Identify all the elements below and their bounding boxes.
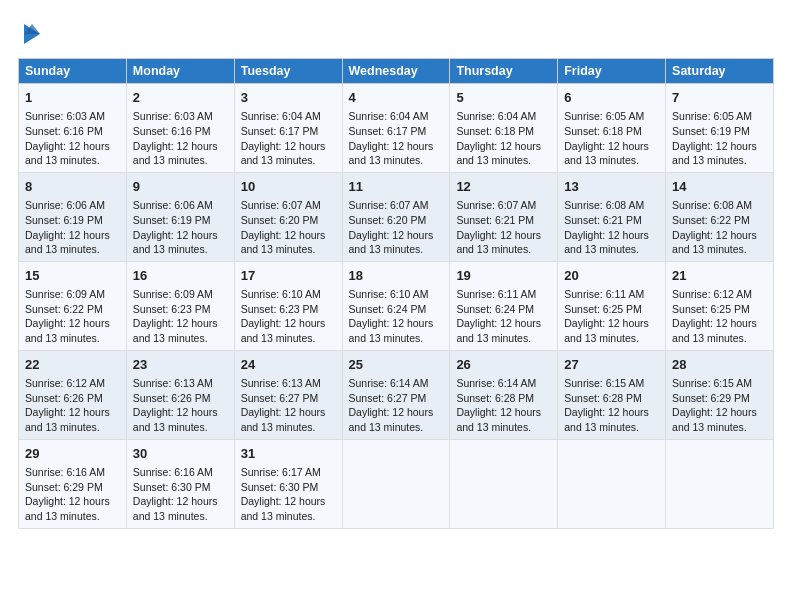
daylight-minutes: and 13 minutes. [456,332,531,344]
day-number: 27 [564,356,659,374]
daylight-minutes: and 13 minutes. [241,510,316,522]
day-number: 20 [564,267,659,285]
day-number: 9 [133,178,228,196]
day-number: 23 [133,356,228,374]
week-row-4: 22Sunrise: 6:12 AMSunset: 6:26 PMDayligh… [19,350,774,439]
sunset-text: Sunset: 6:27 PM [241,392,319,404]
daylight-text: Daylight: 12 hours [133,495,218,507]
day-number: 22 [25,356,120,374]
sunset-text: Sunset: 6:19 PM [25,214,103,226]
daylight-text: Daylight: 12 hours [241,229,326,241]
daylight-minutes: and 13 minutes. [25,332,100,344]
calendar-cell: 28Sunrise: 6:15 AMSunset: 6:29 PMDayligh… [666,350,774,439]
page: SundayMondayTuesdayWednesdayThursdayFrid… [0,0,792,612]
daylight-text: Daylight: 12 hours [25,229,110,241]
daylight-minutes: and 13 minutes. [564,421,639,433]
day-number: 5 [456,89,551,107]
sunrise-text: Sunrise: 6:12 AM [672,288,752,300]
calendar-cell: 4Sunrise: 6:04 AMSunset: 6:17 PMDaylight… [342,84,450,173]
calendar-cell: 27Sunrise: 6:15 AMSunset: 6:28 PMDayligh… [558,350,666,439]
daylight-minutes: and 13 minutes. [672,154,747,166]
calendar-cell [666,439,774,528]
day-number: 19 [456,267,551,285]
daylight-minutes: and 13 minutes. [349,243,424,255]
daylight-text: Daylight: 12 hours [349,229,434,241]
sunrise-text: Sunrise: 6:06 AM [133,199,213,211]
daylight-minutes: and 13 minutes. [564,243,639,255]
sunrise-text: Sunrise: 6:07 AM [456,199,536,211]
calendar-cell: 31Sunrise: 6:17 AMSunset: 6:30 PMDayligh… [234,439,342,528]
sunset-text: Sunset: 6:18 PM [564,125,642,137]
day-number: 29 [25,445,120,463]
column-header-sunday: Sunday [19,59,127,84]
day-number: 6 [564,89,659,107]
daylight-text: Daylight: 12 hours [241,406,326,418]
day-number: 15 [25,267,120,285]
day-number: 30 [133,445,228,463]
calendar-cell: 7Sunrise: 6:05 AMSunset: 6:19 PMDaylight… [666,84,774,173]
daylight-minutes: and 13 minutes. [672,332,747,344]
daylight-text: Daylight: 12 hours [241,495,326,507]
calendar-cell: 12Sunrise: 6:07 AMSunset: 6:21 PMDayligh… [450,172,558,261]
sunrise-text: Sunrise: 6:09 AM [25,288,105,300]
sunset-text: Sunset: 6:30 PM [133,481,211,493]
sunset-text: Sunset: 6:21 PM [564,214,642,226]
logo [18,20,44,48]
sunrise-text: Sunrise: 6:17 AM [241,466,321,478]
daylight-text: Daylight: 12 hours [133,140,218,152]
day-number: 21 [672,267,767,285]
calendar-cell: 8Sunrise: 6:06 AMSunset: 6:19 PMDaylight… [19,172,127,261]
day-number: 3 [241,89,336,107]
column-header-wednesday: Wednesday [342,59,450,84]
daylight-minutes: and 13 minutes. [564,332,639,344]
daylight-text: Daylight: 12 hours [25,495,110,507]
calendar-cell: 11Sunrise: 6:07 AMSunset: 6:20 PMDayligh… [342,172,450,261]
sunrise-text: Sunrise: 6:09 AM [133,288,213,300]
daylight-minutes: and 13 minutes. [672,421,747,433]
sunset-text: Sunset: 6:24 PM [456,303,534,315]
daylight-text: Daylight: 12 hours [133,317,218,329]
sunset-text: Sunset: 6:19 PM [133,214,211,226]
calendar-cell: 24Sunrise: 6:13 AMSunset: 6:27 PMDayligh… [234,350,342,439]
sunset-text: Sunset: 6:25 PM [564,303,642,315]
sunrise-text: Sunrise: 6:14 AM [456,377,536,389]
sunrise-text: Sunrise: 6:14 AM [349,377,429,389]
calendar-cell: 6Sunrise: 6:05 AMSunset: 6:18 PMDaylight… [558,84,666,173]
calendar-cell: 20Sunrise: 6:11 AMSunset: 6:25 PMDayligh… [558,261,666,350]
sunset-text: Sunset: 6:27 PM [349,392,427,404]
day-number: 13 [564,178,659,196]
calendar-cell: 2Sunrise: 6:03 AMSunset: 6:16 PMDaylight… [126,84,234,173]
calendar-body: 1Sunrise: 6:03 AMSunset: 6:16 PMDaylight… [19,84,774,529]
daylight-minutes: and 13 minutes. [349,332,424,344]
day-number: 24 [241,356,336,374]
calendar-cell: 15Sunrise: 6:09 AMSunset: 6:22 PMDayligh… [19,261,127,350]
daylight-minutes: and 13 minutes. [133,332,208,344]
daylight-text: Daylight: 12 hours [672,229,757,241]
sunset-text: Sunset: 6:29 PM [672,392,750,404]
sunrise-text: Sunrise: 6:10 AM [241,288,321,300]
sunrise-text: Sunrise: 6:07 AM [241,199,321,211]
sunrise-text: Sunrise: 6:08 AM [672,199,752,211]
daylight-text: Daylight: 12 hours [25,140,110,152]
calendar-cell: 1Sunrise: 6:03 AMSunset: 6:16 PMDaylight… [19,84,127,173]
day-number: 26 [456,356,551,374]
sunrise-text: Sunrise: 6:13 AM [133,377,213,389]
daylight-text: Daylight: 12 hours [25,406,110,418]
day-number: 11 [349,178,444,196]
sunrise-text: Sunrise: 6:10 AM [349,288,429,300]
sunset-text: Sunset: 6:24 PM [349,303,427,315]
daylight-minutes: and 13 minutes. [672,243,747,255]
sunrise-text: Sunrise: 6:04 AM [456,110,536,122]
daylight-text: Daylight: 12 hours [456,406,541,418]
daylight-minutes: and 13 minutes. [133,421,208,433]
sunset-text: Sunset: 6:16 PM [133,125,211,137]
sunset-text: Sunset: 6:25 PM [672,303,750,315]
day-number: 31 [241,445,336,463]
daylight-minutes: and 13 minutes. [241,332,316,344]
daylight-minutes: and 13 minutes. [564,154,639,166]
daylight-minutes: and 13 minutes. [349,421,424,433]
sunrise-text: Sunrise: 6:07 AM [349,199,429,211]
day-number: 28 [672,356,767,374]
calendar-cell: 9Sunrise: 6:06 AMSunset: 6:19 PMDaylight… [126,172,234,261]
calendar-cell: 29Sunrise: 6:16 AMSunset: 6:29 PMDayligh… [19,439,127,528]
